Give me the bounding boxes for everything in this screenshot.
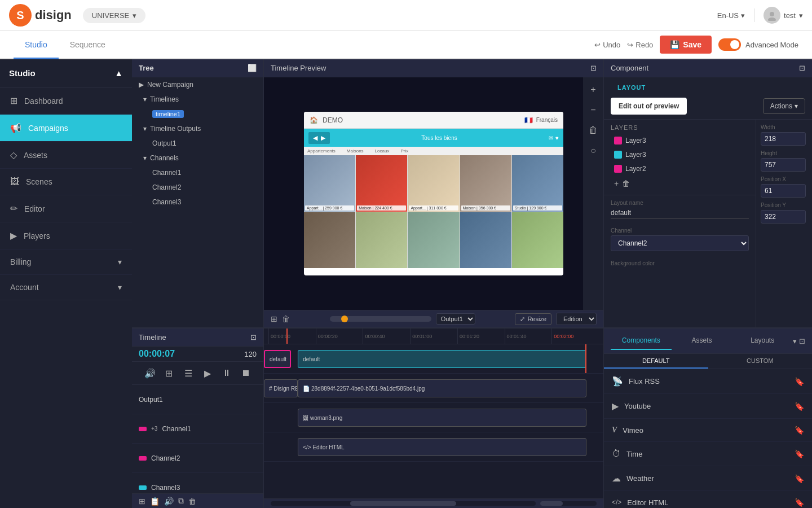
tree-item-channel1[interactable]: Channel1 — [132, 165, 263, 180]
zoom-in-button[interactable]: + — [585, 82, 601, 98]
bookmark-vimeo[interactable]: 🔖 — [795, 426, 804, 435]
tree-item-channels[interactable]: ▾ Channels — [132, 151, 263, 165]
tree-item-timeline1[interactable]: timeline1 — [132, 107, 263, 121]
timeline-zoom-bar[interactable] — [540, 501, 597, 506]
timeline-scrollbar[interactable] — [271, 501, 536, 506]
logo-icon: S — [9, 4, 32, 27]
tab-sequence[interactable]: Sequence — [59, 31, 117, 59]
sidebar-section-billing[interactable]: Billing ▾ — [0, 249, 132, 275]
bg-color-section: Background color — [604, 256, 756, 271]
tl-delete-button[interactable]: 🗑 — [188, 497, 196, 506]
pause-button[interactable]: ⏸ — [219, 365, 235, 381]
tree-item-channel3[interactable]: Channel3 — [132, 195, 263, 209]
layer-row-0[interactable]: Layer3 — [611, 134, 749, 147]
split-view-button[interactable]: ⊞ — [161, 365, 177, 381]
tl-copy-button[interactable]: ⧉ — [178, 496, 184, 506]
layer-row-2[interactable]: Layer2 — [611, 163, 749, 175]
channel-select[interactable]: Channel2 — [611, 235, 749, 251]
user-menu-button[interactable]: test ▾ — [764, 7, 803, 24]
bookmark-editor-html[interactable]: 🔖 — [795, 498, 804, 507]
resize-button[interactable]: ⤢ Resize — [515, 313, 551, 325]
edit-out-of-preview-button[interactable]: Edit out of preview — [611, 98, 687, 115]
bookmark-weather[interactable]: 🔖 — [795, 474, 804, 483]
edition-select[interactable]: Edition — [556, 313, 597, 325]
position-x-label: Position X — [761, 176, 807, 182]
layout-name-input[interactable] — [611, 208, 749, 218]
play-button[interactable]: ▶ — [200, 365, 215, 381]
sidebar-section-account[interactable]: Account ▾ — [0, 275, 132, 300]
comp-item-time[interactable]: ⏱ Time 🔖 — [604, 442, 812, 466]
tl-block-output1-1[interactable]: default — [298, 350, 586, 368]
sidebar-item-campaigns[interactable]: 📢 Campaigns — [0, 115, 132, 142]
layer-add-button[interactable]: + — [614, 179, 619, 188]
tl-add-button[interactable]: 📋 — [150, 497, 160, 506]
tree-expand-icon[interactable]: ⬜ — [248, 64, 257, 72]
comp-item-flux-rss[interactable]: 📡 Flux RSS 🔖 — [604, 369, 812, 394]
tl-grid-button[interactable]: ⊞ — [139, 497, 145, 506]
tl-block-channel1-1[interactable]: 📄 28d8894f-2257-4be0-b051-9a1dcf585bd4.j… — [298, 379, 586, 397]
delete-preview-button[interactable]: 🗑 — [282, 314, 290, 323]
panel-close-icon[interactable]: ⊡ — [799, 337, 805, 345]
top-nav-right: En-US ▾ test ▾ — [717, 7, 803, 24]
sidebar-item-players[interactable]: ▶ Players — [0, 222, 132, 249]
bookmark-youtube[interactable]: 🔖 — [795, 402, 804, 411]
bookmark-time[interactable]: 🔖 — [795, 449, 804, 458]
language-selector[interactable]: En-US ▾ — [717, 11, 745, 20]
undo-button[interactable]: ↩ Undo — [594, 41, 620, 49]
tree-item-new-campaign[interactable]: ▶ New Campaign — [132, 77, 263, 92]
zoom-out-button[interactable]: − — [585, 102, 601, 118]
timeline-expand-icon[interactable]: ⊡ — [250, 333, 257, 341]
circle-tool-button[interactable]: ○ — [585, 143, 601, 159]
height-input[interactable] — [761, 158, 806, 172]
component-header: Component ⊡ — [604, 59, 812, 77]
panel-expand-icon[interactable]: ▾ — [793, 337, 797, 345]
advanced-mode-toggle[interactable]: Advanced Mode — [718, 38, 798, 51]
comp-item-editor-html[interactable]: </> Editor HTML 🔖 — [604, 491, 812, 508]
tl-block-channel3-0[interactable]: </> Editor HTML — [298, 438, 586, 456]
layer-delete-button[interactable]: 🗑 — [622, 179, 630, 188]
position-y-input[interactable] — [761, 210, 806, 224]
tl-audio-button[interactable]: 🔊 — [164, 497, 174, 506]
tree-item-timelines[interactable]: ▾ Timelines — [132, 92, 263, 107]
tab-studio[interactable]: Studio — [14, 31, 59, 59]
tree-item-timeline-outputs[interactable]: ▾ Timeline Outputs — [132, 121, 263, 136]
subtab-custom[interactable]: CUSTOM — [708, 354, 813, 369]
tree-item-output1[interactable]: Output1 — [132, 136, 263, 151]
bookmark-flux-rss[interactable]: 🔖 — [795, 377, 804, 386]
grid-view-button[interactable]: ⊞ — [271, 314, 277, 323]
preview-close-icon[interactable]: ⊡ — [590, 64, 597, 72]
tl-block-channel1-0[interactable]: # Disign REA — [264, 379, 298, 397]
tl-block-output1-0[interactable]: default — [264, 350, 291, 368]
tab-assets[interactable]: Assets — [672, 332, 732, 350]
tab-layouts[interactable]: Layouts — [732, 332, 793, 350]
timeline-playhead[interactable] — [286, 329, 288, 344]
comp-item-vimeo[interactable]: V Vimeo 🔖 — [604, 419, 812, 442]
save-button[interactable]: 💾 Save — [660, 36, 712, 54]
redo-icon: ↪ — [627, 41, 633, 49]
universe-button[interactable]: UNIVERSE ▾ — [83, 8, 145, 23]
sidebar-item-assets[interactable]: ◇ Assets — [0, 142, 132, 169]
tl-block-channel2-0[interactable]: 🖼 woman3.png — [298, 409, 586, 427]
sidebar-collapse-icon[interactable]: ▲ — [114, 68, 123, 78]
redo-button[interactable]: ↪ Redo — [627, 41, 653, 49]
comp-item-youtube[interactable]: ▶ Youtube 🔖 — [604, 394, 812, 419]
component-close-icon[interactable]: ⊡ — [799, 64, 805, 72]
mute-button[interactable]: 🔊 — [142, 365, 158, 381]
tab-components[interactable]: Components — [611, 332, 672, 350]
toggle-switch[interactable] — [718, 38, 741, 51]
list-view-button[interactable]: ☰ — [180, 365, 196, 381]
sidebar-item-scenes[interactable]: 🖼 Scenes — [0, 169, 132, 195]
actions-button[interactable]: Actions ▾ — [763, 98, 805, 114]
layer-row-1[interactable]: Layer3 — [611, 148, 749, 161]
sidebar-item-dashboard[interactable]: ⊞ Dashboard — [0, 87, 132, 115]
width-input[interactable] — [761, 132, 806, 146]
stop-button[interactable]: ⏹ — [238, 365, 254, 381]
tree-item-channel2[interactable]: Channel2 — [132, 180, 263, 195]
comp-item-weather[interactable]: ☁ Weather 🔖 — [604, 466, 812, 491]
channel3-color — [139, 485, 147, 490]
position-x-input[interactable] — [761, 184, 806, 198]
delete-tool-button[interactable]: 🗑 — [585, 122, 601, 138]
output-select[interactable]: Output1 — [436, 313, 475, 325]
sidebar-item-editor[interactable]: ✏ Editor — [0, 195, 132, 222]
subtab-default[interactable]: DEFAULT — [604, 354, 708, 369]
